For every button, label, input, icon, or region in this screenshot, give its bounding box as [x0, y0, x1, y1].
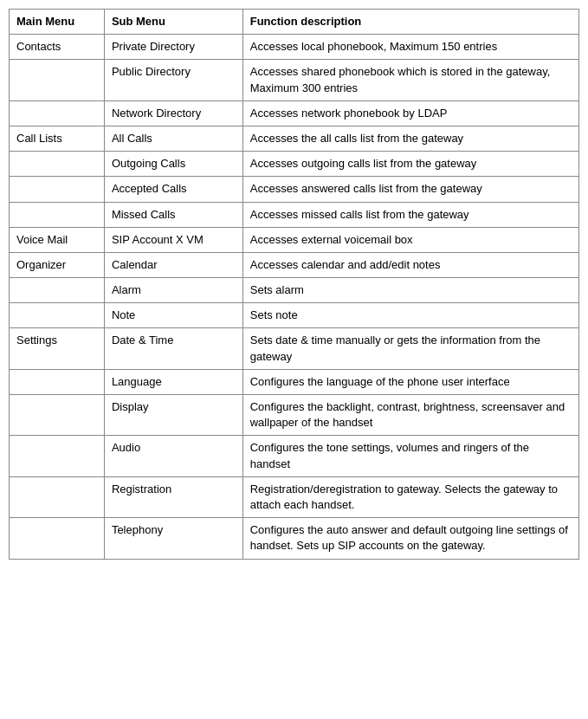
- table-row: OrganizerCalendarAccesses calendar and a…: [10, 252, 579, 277]
- cell-sub-menu: Note: [104, 303, 242, 328]
- table-row: SettingsDate & TimeSets date & time manu…: [10, 328, 579, 369]
- cell-sub-menu: All Calls: [104, 126, 242, 151]
- cell-main-menu: [10, 278, 105, 303]
- cell-sub-menu: Accepted Calls: [104, 177, 242, 202]
- header-row: Main Menu Sub Menu Function description: [10, 10, 579, 35]
- table-row: DisplayConfigures the backlight, contras…: [10, 395, 579, 436]
- cell-func-desc: Accesses shared phonebook which is store…: [242, 60, 578, 100]
- cell-sub-menu: Registration: [104, 476, 242, 517]
- cell-main-menu: Settings: [10, 328, 105, 369]
- table-row: Outgoing CallsAccesses outgoing calls li…: [10, 152, 579, 177]
- cell-func-desc: Sets date & time manually or gets the in…: [242, 328, 578, 369]
- table-row: AudioConfigures the tone settings, volum…: [10, 436, 579, 476]
- cell-main-menu: [10, 202, 105, 227]
- table-row: AlarmSets alarm: [10, 278, 579, 303]
- cell-func-desc: Accesses local phonebook, Maximum 150 en…: [242, 35, 578, 60]
- table-row: Accepted CallsAccesses answered calls li…: [10, 177, 579, 202]
- table-row: RegistrationRegistration/deregistration …: [10, 476, 579, 517]
- header-main-menu: Main Menu: [10, 10, 105, 35]
- table-row: Voice MailSIP Account X VMAccesses exter…: [10, 227, 579, 252]
- cell-sub-menu: Alarm: [104, 278, 242, 303]
- cell-func-desc: Configures the backlight, contrast, brig…: [242, 395, 578, 436]
- cell-main-menu: Call Lists: [10, 126, 105, 151]
- cell-main-menu: [10, 369, 105, 394]
- cell-main-menu: Organizer: [10, 252, 105, 277]
- cell-main-menu: [10, 436, 105, 476]
- cell-func-desc: Configures the language of the phone use…: [242, 369, 578, 394]
- cell-sub-menu: Telephony: [104, 518, 242, 559]
- cell-sub-menu: Audio: [104, 436, 242, 476]
- cell-main-menu: [10, 152, 105, 177]
- table-row: Public DirectoryAccesses shared phoneboo…: [10, 60, 579, 100]
- table-row: LanguageConfigures the language of the p…: [10, 369, 579, 394]
- cell-sub-menu: Date & Time: [104, 328, 242, 369]
- cell-main-menu: [10, 518, 105, 559]
- cell-main-menu: [10, 395, 105, 436]
- cell-func-desc: Accesses answered calls list from the ga…: [242, 177, 578, 202]
- cell-sub-menu: Private Directory: [104, 35, 242, 60]
- cell-func-desc: Accesses external voicemail box: [242, 227, 578, 252]
- cell-main-menu: [10, 177, 105, 202]
- cell-func-desc: Registration/deregistration to gateway. …: [242, 476, 578, 517]
- cell-func-desc: Configures the auto answer and default o…: [242, 518, 578, 559]
- cell-sub-menu: Missed Calls: [104, 202, 242, 227]
- cell-main-menu: [10, 303, 105, 328]
- cell-main-menu: [10, 60, 105, 100]
- cell-func-desc: Sets alarm: [242, 278, 578, 303]
- cell-main-menu: Contacts: [10, 35, 105, 60]
- cell-sub-menu: Network Directory: [104, 100, 242, 126]
- cell-func-desc: Sets note: [242, 303, 578, 328]
- cell-func-desc: Accesses missed calls list from the gate…: [242, 202, 578, 227]
- table-row: NoteSets note: [10, 303, 579, 328]
- main-table: Main Menu Sub Menu Function description …: [9, 9, 579, 560]
- header-sub-menu: Sub Menu: [104, 10, 242, 35]
- cell-func-desc: Accesses outgoing calls list from the ga…: [242, 152, 578, 177]
- table-row: TelephonyConfigures the auto answer and …: [10, 518, 579, 559]
- cell-func-desc: Accesses calendar and add/edit notes: [242, 252, 578, 277]
- table-row: Missed CallsAccesses missed calls list f…: [10, 202, 579, 227]
- table-row: Call ListsAll CallsAccesses the all call…: [10, 126, 579, 151]
- cell-sub-menu: Language: [104, 369, 242, 394]
- table-row: Network DirectoryAccesses network phoneb…: [10, 100, 579, 126]
- cell-sub-menu: Display: [104, 395, 242, 436]
- cell-func-desc: Configures the tone settings, volumes an…: [242, 436, 578, 476]
- table-row: ContactsPrivate DirectoryAccesses local …: [10, 35, 579, 60]
- cell-func-desc: Accesses network phonebook by LDAP: [242, 100, 578, 126]
- cell-main-menu: [10, 100, 105, 126]
- cell-main-menu: [10, 476, 105, 517]
- cell-sub-menu: Calendar: [104, 252, 242, 277]
- cell-main-menu: Voice Mail: [10, 227, 105, 252]
- cell-sub-menu: Outgoing Calls: [104, 152, 242, 177]
- header-func-desc: Function description: [242, 10, 578, 35]
- cell-sub-menu: Public Directory: [104, 60, 242, 100]
- cell-func-desc: Accesses the all calls list from the gat…: [242, 126, 578, 151]
- cell-sub-menu: SIP Account X VM: [104, 227, 242, 252]
